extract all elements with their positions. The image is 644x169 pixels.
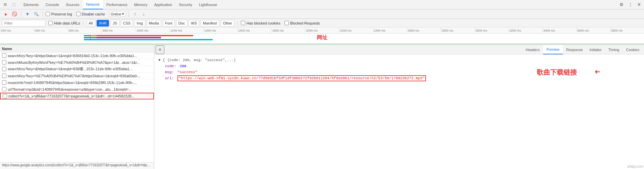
- blocked-requests-checkbox[interactable]: [284, 21, 289, 25]
- filter-media-btn[interactable]: Media: [147, 20, 161, 27]
- blocked-requests-text: Blocked Requests: [290, 21, 320, 25]
- json-url-key: url:: [165, 76, 174, 80]
- tab-memory[interactable]: Memory: [131, 0, 151, 9]
- has-blocked-cookies-label[interactable]: Has blocked cookies: [241, 21, 280, 25]
- json-url-value: "https://win-web-nf01-sycdn.kuwo.cn/77d5…: [177, 75, 426, 81]
- request-item-7[interactable]: collect?v=1&_v=j86&a=771632077&t=pagevie…: [0, 93, 154, 99]
- detail-close-button[interactable]: ✕: [156, 45, 164, 54]
- json-msg-line: msg: "success": [158, 69, 640, 75]
- request-checkbox-2[interactable]: [2, 60, 6, 65]
- filter-input[interactable]: [2, 20, 46, 27]
- filter-other-btn[interactable]: Other: [221, 20, 235, 27]
- tab-network[interactable]: Network: [83, 0, 103, 9]
- url-bar-text: https://www.google-analytics.com/j/colle…: [2, 163, 154, 167]
- tick-400ms: 400 ms: [34, 28, 68, 34]
- tick-1600ms: 1600 ms: [237, 28, 271, 34]
- detail-tab-response[interactable]: Response: [563, 45, 586, 54]
- throttle-dropdown-icon: ▾: [122, 12, 124, 16]
- import-har-button[interactable]: ↑: [131, 10, 139, 18]
- detail-tab-preview[interactable]: Preview: [543, 45, 563, 54]
- filter-toggle-button[interactable]: ▼: [24, 10, 31, 18]
- request-item-5[interactable]: musicInfo?mid=140897945&httpsStatus=1&re…: [0, 79, 154, 86]
- detail-tab-initiator[interactable]: Initiator: [586, 45, 605, 54]
- filter-bar: Hide data URLs | All XHR JS CSS Img Medi…: [0, 19, 644, 28]
- request-checkbox-6[interactable]: [2, 87, 6, 91]
- toolbar-separator-3: [128, 11, 129, 17]
- requests-panel: Name searchKey?key=&httpsStatus=1&reqId=…: [0, 45, 154, 169]
- export-har-button[interactable]: ↓: [140, 10, 148, 18]
- preserve-log-label[interactable]: Preserve log: [46, 12, 72, 16]
- tick-3600ms: 3600 ms: [576, 28, 610, 34]
- json-code-key: code:: [165, 64, 176, 68]
- request-item-3[interactable]: searchKey?key=&httpsStatus=1&reqId=836哪.…: [0, 66, 154, 73]
- filter-xhr-btn[interactable]: XHR: [97, 20, 109, 27]
- timeline-bar-6: [84, 39, 213, 40]
- filter-js-btn[interactable]: JS: [110, 20, 119, 27]
- tab-application[interactable]: Application: [151, 0, 176, 9]
- requests-header: Name: [0, 45, 154, 52]
- filter-img-btn[interactable]: Img: [134, 20, 145, 27]
- request-item-6[interactable]: url?format=mp3&rid=140897945&response=ur…: [0, 86, 154, 93]
- request-name-5: musicInfo?mid=140897945&httpsStatus=1&re…: [8, 81, 152, 85]
- throttle-select[interactable]: Online ▾: [109, 11, 126, 17]
- tick-600ms: 600 ms: [68, 28, 102, 34]
- tab-sources[interactable]: Sources: [62, 0, 83, 9]
- tab-elements[interactable]: Elements: [20, 0, 42, 9]
- settings-icon[interactable]: ⚙: [618, 1, 625, 8]
- disable-cache-checkbox[interactable]: [76, 12, 80, 16]
- tab-console[interactable]: Console: [42, 0, 62, 9]
- search-button[interactable]: 🔍: [33, 10, 40, 18]
- json-collapse-icon[interactable]: ▼: [158, 58, 161, 62]
- hide-data-urls-checkbox[interactable]: [48, 21, 53, 25]
- tick-2000ms: 2000 ms: [305, 28, 339, 34]
- filter-ws-btn[interactable]: WS: [189, 20, 199, 27]
- tick-2400ms: 2400 ms: [373, 28, 407, 34]
- hide-data-urls-label[interactable]: Hide data URLs: [48, 21, 80, 25]
- request-checkbox-4[interactable]: [2, 74, 6, 78]
- filter-doc-btn[interactable]: Doc: [176, 20, 187, 27]
- request-name-4: searchKey?key=%E7%A0%B4%E8%8C%A7&httpsSt…: [8, 74, 152, 78]
- detail-tab-timing[interactable]: Timing: [605, 45, 623, 54]
- request-name-2: searchMusicByKeyWord?key=%E7%A0%B4%E8%8C…: [8, 60, 152, 65]
- inspect-icon[interactable]: ⬚: [10, 1, 17, 8]
- request-item-2[interactable]: searchMusicByKeyWord?key=%E7%A0%B4%E8%8C…: [0, 59, 154, 66]
- filter-manifest-btn[interactable]: Manifest: [201, 20, 219, 27]
- tick-3000ms: 3000 ms: [475, 28, 508, 34]
- record-button[interactable]: ●: [2, 10, 9, 18]
- throttle-label: Online: [111, 12, 121, 16]
- json-url-line: url: "https://win-web-nf01-sycdn.kuwo.cn…: [158, 75, 640, 81]
- tab-performance[interactable]: Performance: [103, 0, 131, 9]
- request-name-1: searchKey?key=&httpsStatus=1&reqId=83681…: [8, 54, 152, 58]
- detail-tab-headers[interactable]: Headers: [522, 45, 543, 54]
- close-icon[interactable]: ✕: [635, 1, 643, 8]
- request-item-1[interactable]: searchKey?key=&httpsStatus=1&reqId=83681…: [0, 52, 154, 59]
- requests-list[interactable]: searchKey?key=&httpsStatus=1&reqId=83681…: [0, 52, 154, 162]
- tick-2600ms: 2600 ms: [407, 28, 441, 34]
- devtools-icon[interactable]: ⊟: [1, 1, 9, 8]
- disable-cache-label[interactable]: Disable cache: [76, 12, 105, 16]
- filter-all-btn[interactable]: All: [87, 20, 95, 27]
- request-checkbox-1[interactable]: [2, 53, 6, 58]
- tab-security[interactable]: Security: [175, 0, 196, 9]
- request-checkbox-7[interactable]: [3, 94, 7, 98]
- clear-button[interactable]: 🚫: [11, 10, 18, 18]
- request-name-7: collect?v=1&_v=j86&a=771632077&t=pagevie…: [8, 94, 151, 98]
- json-summary: {code: 200, msg: "success",...}: [167, 58, 236, 62]
- filter-css-btn[interactable]: CSS: [121, 20, 133, 27]
- preserve-log-checkbox[interactable]: [46, 12, 50, 16]
- request-item-4[interactable]: searchKey?key=%E7%A0%B4%E8%8C%A7&httpsSt…: [0, 73, 154, 79]
- import-export-area: ↑ ↓: [131, 10, 148, 18]
- more-icon[interactable]: ⋮: [627, 1, 634, 8]
- tab-lighthouse[interactable]: Lighthouse: [196, 0, 220, 9]
- request-checkbox-5[interactable]: [2, 80, 6, 85]
- json-root-line: ▼ { {code: 200, msg: "success",...}: [158, 57, 640, 63]
- network-overlay-label: 网址: [317, 34, 327, 41]
- toolbar-separator-2: [43, 11, 43, 17]
- has-blocked-cookies-checkbox[interactable]: [241, 21, 245, 25]
- has-blocked-cookies-text: Has blocked cookies: [247, 21, 280, 25]
- request-checkbox-3[interactable]: [2, 67, 6, 71]
- filter-separator: |: [83, 21, 84, 25]
- filter-font-btn[interactable]: Font: [163, 20, 175, 27]
- blocked-requests-label[interactable]: Blocked Requests: [284, 21, 320, 25]
- detail-tab-cookies[interactable]: Cookies: [623, 45, 643, 54]
